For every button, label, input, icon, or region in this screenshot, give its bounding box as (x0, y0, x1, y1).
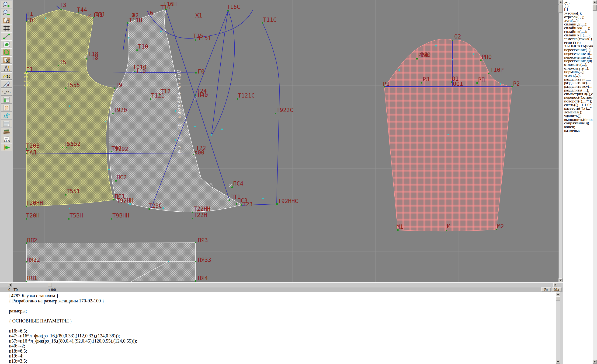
command-item[interactable]: пересечение дн( (564, 59, 593, 63)
code-line[interactable] (9, 323, 137, 329)
code-line[interactable]: п13:=3.5; (9, 359, 137, 364)
command-item[interactable]: симметрия л((),с (564, 92, 593, 96)
canvas-hscroll-thumb[interactable] (48, 283, 52, 287)
i66-button[interactable]: i_66. (1, 88, 12, 96)
editor-vscroll-up-button[interactable] (556, 292, 560, 296)
command-item[interactable]: развести((),(),.." (564, 107, 593, 110)
command-item[interactable]: сплайн к∏(....); (564, 33, 593, 37)
canvas-vscroll-down-button[interactable] (558, 278, 563, 282)
sidebar-vscroll-thumb[interactable] (593, 5, 597, 11)
point-label: ПЯ33 (198, 257, 211, 263)
command-item[interactable]: отрезок( , ); (564, 15, 593, 19)
command-item[interactable]: разделить кс(.... (564, 81, 593, 85)
command-item[interactable]: пересечение(..); (564, 48, 593, 52)
ruler-8-button[interactable]: 8 (1, 80, 12, 88)
command-item[interactable]: пересечение д(.. (564, 55, 593, 59)
command-item[interactable]: ЗАПИСАТЬ(имя= (564, 44, 593, 48)
code-line[interactable]: п40:=-2; (9, 343, 137, 348)
point-label: Т151 (198, 35, 211, 41)
exit-button[interactable] (1, 143, 12, 151)
point-label: Т551 (66, 188, 80, 195)
command-item[interactable]: сопряжение д(... (564, 121, 593, 125)
command-item[interactable]: размеры; (564, 129, 593, 133)
command-item[interactable]: { } (564, 4, 593, 8)
command-item[interactable]: сплайн д(....); (564, 22, 593, 26)
editor-vscrollbar[interactable] (556, 292, 560, 364)
sidebar-vscroll-down-button[interactable] (593, 360, 597, 364)
command-item[interactable]: дуга(...); (564, 19, 593, 23)
pattern-point (195, 40, 196, 41)
zoom-in-button[interactable] (1, 1, 12, 8)
books-button[interactable] (1, 128, 12, 135)
text-document-button[interactable] (1, 120, 12, 127)
command-item[interactable]: сплайн кк(.....); (564, 26, 593, 30)
command-item[interactable]: [ ] (564, 8, 593, 11)
md-button[interactable]: Мд (552, 287, 562, 292)
zoom-out-button[interactable] (1, 9, 12, 16)
code-line[interactable]: {4787 Блузка с запахом } (9, 293, 137, 298)
curves-map-button[interactable] (1, 40, 12, 48)
canvas-hscrollbar[interactable] (0, 282, 563, 287)
code-line[interactable]: п18:=6.5; (9, 348, 137, 354)
portrait-button[interactable] (1, 104, 12, 111)
command-item[interactable]: сжать(()...1.1.0.9. (564, 103, 593, 107)
command-item[interactable]: выполнить(dmod (564, 118, 593, 122)
point-label: Г0 (198, 68, 204, 75)
command-item[interactable]: :=метка(точка(.).. (564, 37, 593, 41)
right-arrow-icon (555, 284, 556, 286)
code-line[interactable]: { Разработано на размер женщины 170-92-1… (9, 298, 137, 304)
command-item[interactable]: пересечение н(.. (564, 52, 593, 55)
canvas-vscroll-thumb[interactable] (558, 5, 563, 13)
canvas-vscroll-up-button[interactable] (558, 0, 563, 4)
piece-hatch (27, 243, 196, 282)
command-item[interactable]: := ; (564, 0, 593, 4)
grid-button[interactable] (1, 24, 12, 32)
code-line[interactable]: { ОСНОВНЫЕ ПАРАМЕТРЫ } (9, 318, 137, 324)
drawing-canvas[interactable]: Т1ТО1Т3Т44Т41Т71Т16ПТ16Ж2Т6Т11ПЖ1Т16СТ11… (0, 0, 558, 282)
size-table-button[interactable] (1, 96, 12, 103)
canvas-hscroll-right-button[interactable] (553, 283, 557, 287)
editor-vscroll-thumb[interactable] (556, 296, 560, 301)
editor-vscroll-down-button[interactable] (556, 360, 560, 364)
command-item[interactable]: если () то (564, 41, 593, 45)
command-item[interactable]: сплайн к(....); (564, 30, 593, 34)
command-item[interactable]: отложить в(..); (564, 66, 593, 70)
measure-a-button[interactable] (1, 64, 12, 72)
exit-arrow-icon (3, 144, 10, 151)
sidebar-vscroll-up-button[interactable] (593, 0, 597, 4)
code-line[interactable]: п16:=6.5; (9, 329, 137, 334)
command-item[interactable]: поворот((),...""); (564, 99, 593, 103)
canvas-vscrollbar[interactable] (558, 0, 563, 282)
command-item[interactable]: конец; (564, 125, 593, 129)
command-item[interactable]: угол к(..); (564, 74, 593, 78)
command-item[interactable]: :=точка(.); (564, 11, 593, 15)
canvas-hscroll-left-button[interactable] (8, 283, 12, 287)
preview-piece-icon (3, 17, 10, 24)
code-line[interactable]: п57:=п16 *л_фнк(рз_16,((80,0.4),(92,0.45… (9, 339, 137, 344)
code-line[interactable] (9, 303, 137, 309)
piece-m-button[interactable]: M (1, 56, 12, 64)
command-item[interactable]: разделить н(..... (564, 78, 593, 81)
up-arrow-icon (557, 293, 559, 295)
code-editor[interactable]: {4787 Блузка с запахом }{ Разработано на… (0, 292, 556, 364)
preview-piece-button[interactable] (1, 16, 12, 24)
alg-button[interactable]: ALG (1, 135, 12, 143)
sidebar-vscrollbar[interactable] (593, 0, 597, 364)
rz-button[interactable]: Рз (541, 287, 551, 292)
segment-button[interactable] (1, 32, 12, 40)
code-line[interactable] (9, 313, 137, 318)
code-line[interactable]: п19:=4; (9, 354, 137, 359)
command-item[interactable]: ломаная(); (564, 110, 593, 114)
graphics-g-button[interactable]: G (1, 72, 12, 80)
3d-button[interactable]: 3D (1, 112, 12, 119)
piece-contour-button[interactable] (1, 48, 12, 56)
command-item[interactable]: перенос((),отрезо (564, 96, 593, 99)
point-label: М2 (497, 223, 504, 229)
command-item[interactable]: отложить(...); (564, 63, 593, 66)
command-item[interactable]: нормаль(..); (564, 70, 593, 74)
command-item[interactable]: разделить ксу(... (564, 85, 593, 88)
code-line[interactable]: размеры; (9, 309, 137, 314)
command-item[interactable]: удалить(); (564, 114, 593, 118)
code-line[interactable]: п47:=п16*л_фнк(рз_16,((80,0.33),(112,0.3… (9, 333, 137, 339)
command-item[interactable]: разделить(....); (564, 88, 593, 92)
